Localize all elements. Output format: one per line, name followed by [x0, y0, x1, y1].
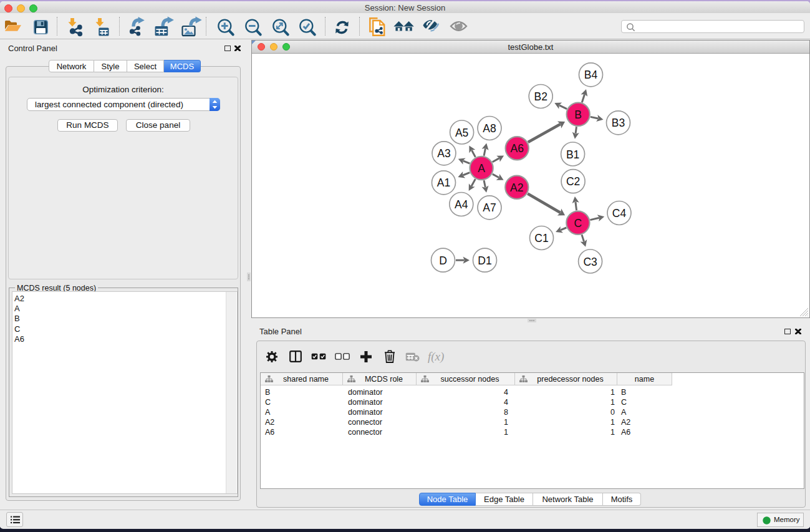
svg-text:D: D — [439, 254, 447, 267]
svg-text:C1: C1 — [534, 232, 548, 244]
svg-text:A3: A3 — [437, 147, 450, 160]
svg-text:A1: A1 — [437, 177, 450, 189]
svg-text:A8: A8 — [483, 122, 496, 135]
svg-text:C3: C3 — [583, 256, 597, 268]
svg-text:B1: B1 — [566, 148, 579, 161]
svg-text:A4: A4 — [455, 198, 468, 211]
svg-text:A7: A7 — [483, 201, 496, 214]
svg-text:A6: A6 — [510, 142, 523, 155]
svg-text:C2: C2 — [566, 175, 580, 188]
svg-text:C: C — [574, 217, 582, 230]
svg-text:A2: A2 — [510, 181, 523, 194]
svg-text:B2: B2 — [534, 90, 547, 103]
svg-text:B: B — [574, 109, 582, 121]
svg-text:B3: B3 — [612, 117, 625, 129]
svg-text:A5: A5 — [455, 127, 468, 139]
svg-text:A: A — [478, 162, 485, 175]
svg-text:B4: B4 — [584, 69, 598, 81]
svg-text:C4: C4 — [612, 207, 627, 220]
svg-text:D1: D1 — [478, 254, 491, 267]
